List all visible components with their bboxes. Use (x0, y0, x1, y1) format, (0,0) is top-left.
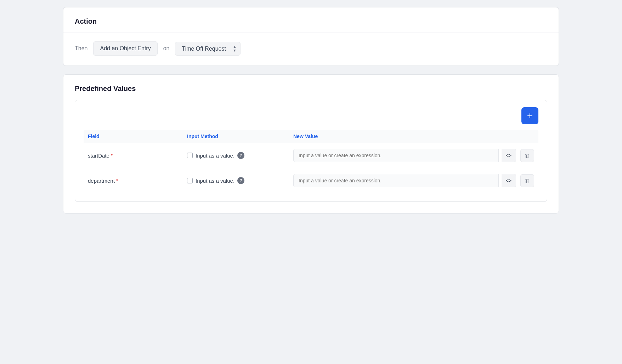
object-select[interactable]: Time Off Request Leave Request Expense R… (175, 42, 241, 56)
input-method-label-department: Input as a value. (196, 178, 234, 184)
delete-btn-department[interactable]: 🗑 (520, 174, 534, 187)
value-input-department[interactable] (293, 174, 499, 187)
delete-btn-startdate[interactable]: 🗑 (520, 149, 534, 162)
help-icon-department[interactable]: ? (237, 177, 244, 184)
table-header: Field Input Method New Value (84, 130, 538, 143)
field-department: department * (88, 178, 187, 184)
input-method-department: Input as a value. ? (187, 177, 293, 184)
action-card-title: Action (75, 17, 547, 25)
checkbox-startdate[interactable] (187, 153, 193, 158)
col-input-method: Input Method (187, 133, 293, 139)
table-row: department * Input as a value. ? <> (84, 168, 538, 193)
then-label: Then (75, 45, 87, 52)
checkbox-department[interactable] (187, 178, 193, 183)
field-name-department: department (88, 178, 115, 184)
col-field: Field (88, 133, 187, 139)
expression-btn-department[interactable]: <> (502, 174, 516, 187)
expression-icon-startdate: <> (506, 153, 511, 158)
required-star-department: * (116, 178, 118, 183)
expression-btn-startdate[interactable]: <> (502, 149, 516, 162)
trash-icon-department: 🗑 (525, 178, 530, 184)
predefined-table: Field Input Method New Value startDate * (84, 130, 538, 193)
trash-icon-startdate: 🗑 (525, 153, 530, 159)
action-card: Action Then Add an Object Entry on Time … (63, 7, 559, 66)
object-select-wrapper[interactable]: Time Off Request Leave Request Expense R… (175, 42, 241, 56)
on-label: on (163, 45, 170, 52)
field-name-startdate: startDate (88, 153, 109, 159)
inner-card: + Field Input Method New Value (75, 100, 547, 202)
add-btn-row: + (84, 107, 538, 124)
page-container: Action Then Add an Object Entry on Time … (63, 7, 559, 214)
new-value-department: <> 🗑 (293, 174, 534, 187)
action-value: Add an Object Entry (100, 45, 151, 51)
required-star-startdate: * (111, 153, 113, 158)
predefined-values-card: Predefined Values + Field Input Method (63, 74, 559, 214)
predefined-values-title: Predefined Values (75, 85, 547, 93)
input-method-label-startdate: Input as a value. (196, 153, 234, 159)
action-select-wrapper: Add an Object Entry (93, 41, 157, 56)
new-value-startdate: <> 🗑 (293, 149, 534, 162)
expression-icon-department: <> (506, 178, 511, 183)
plus-icon: + (527, 111, 533, 121)
value-input-startdate[interactable] (293, 149, 499, 162)
col-new-value: New Value (293, 133, 534, 139)
help-icon-startdate[interactable]: ? (237, 152, 244, 159)
add-entry-button[interactable]: + (521, 107, 538, 124)
action-row: Then Add an Object Entry on Time Off Req… (75, 41, 547, 56)
input-method-startdate: Input as a value. ? (187, 152, 293, 159)
table-row: startDate * Input as a value. ? <> (84, 143, 538, 168)
field-startdate: startDate * (88, 153, 187, 159)
